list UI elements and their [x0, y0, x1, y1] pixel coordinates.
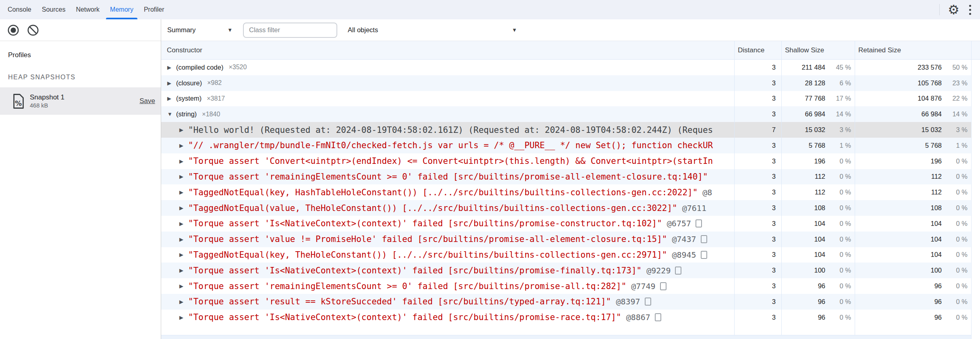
table-row[interactable]: ▶ (compiled code) ×3520 3 211 484 45 % 2…: [161, 60, 971, 75]
settings-gear-icon[interactable]: ⚙: [948, 3, 959, 16]
tab-label: Console: [8, 6, 31, 13]
table-row[interactable]: ▶ "TaggedNotEqual(key, HashTableHoleCons…: [161, 184, 971, 200]
disclosure-triangle-icon[interactable]: ▶: [179, 299, 188, 305]
table-row[interactable]: ▼ (string) ×1840 3 66 984 14 % 66 984 14…: [161, 106, 971, 122]
shallow-size-cell: 104 0 %: [781, 236, 855, 243]
disclosure-triangle-icon[interactable]: ▶: [179, 205, 188, 211]
table-row[interactable]: ▶ "Torque assert 'Is<NativeContext>(cont…: [161, 263, 971, 278]
size-percent: 14 %: [942, 110, 968, 118]
size-value: 96: [818, 314, 825, 321]
size-percent: 0 %: [825, 157, 851, 165]
tab-profiler[interactable]: Profiler: [139, 0, 170, 19]
disclosure-triangle-icon[interactable]: ▶: [179, 189, 188, 195]
disclosure-triangle-icon[interactable]: ▼: [167, 111, 176, 117]
object-id: @7437: [672, 234, 696, 244]
retained-size-cell: 15 032 3 %: [855, 126, 971, 134]
column-header-constructor[interactable]: Constructor: [161, 46, 734, 54]
table-row[interactable]: ▶ "// .wrangler/tmp/bundle-FmNIt0/checke…: [161, 138, 971, 153]
clear-profiles-button[interactable]: [27, 24, 39, 37]
disclosure-triangle-icon[interactable]: ▶: [179, 283, 188, 289]
shallow-size-cell: 211 484 45 %: [781, 64, 855, 71]
retained-size-cell: 108 0 %: [855, 204, 971, 212]
disclosure-triangle-icon[interactable]: ▶: [167, 64, 176, 70]
size-value: 100: [814, 267, 825, 274]
shallow-size-cell: 96 0 %: [781, 298, 855, 306]
table-row[interactable]: ▶ (closure) ×982 3 28 128 6 % 105 768 23…: [161, 75, 971, 91]
disclosure-triangle-icon[interactable]: ▶: [167, 95, 176, 101]
constructor-cell: ▶ "TaggedNotEqual(key, TheHoleConstant()…: [161, 250, 734, 260]
class-filter-input[interactable]: [243, 23, 337, 38]
shallow-size-cell: 112 0 %: [781, 173, 855, 180]
size-value: 104: [930, 220, 942, 227]
constructor-name: "Torque assert 'Is<NativeContext>(contex…: [188, 312, 621, 322]
more-options-kebab-icon[interactable]: [968, 3, 973, 17]
table-row[interactable]: ▶ "TaggedNotEqual(key, TheHoleConstant()…: [161, 247, 971, 263]
record-heap-snapshot-button[interactable]: [7, 24, 20, 37]
tab-memory[interactable]: Memory: [105, 0, 139, 19]
disclosure-triangle-icon[interactable]: ▶: [179, 127, 188, 133]
size-value: 96: [818, 282, 825, 290]
size-value: 104: [930, 236, 942, 243]
disclosure-triangle-icon[interactable]: ▶: [179, 252, 188, 258]
tab-sources[interactable]: Sources: [37, 0, 71, 19]
object-scope-select[interactable]: All objects ▼: [348, 26, 517, 34]
table-row[interactable]: ▶ "Torque assert 'value != PromiseHole' …: [161, 232, 971, 247]
size-percent: 50 %: [942, 64, 968, 71]
disclosure-triangle-icon[interactable]: ▶: [179, 236, 188, 242]
clear-icon: [27, 24, 39, 37]
table-row[interactable]: ▶ "Torque assert 'remainingElementsCount…: [161, 169, 971, 185]
shallow-size-cell: 28 128 6 %: [781, 79, 855, 87]
retained-size-cell: 100 0 %: [855, 267, 971, 274]
chevron-down-icon: ▼: [512, 27, 517, 33]
table-row[interactable]: ▶ "Torque assert 'Is<NativeContext>(cont…: [161, 216, 971, 232]
disclosure-triangle-icon[interactable]: ▶: [179, 143, 188, 149]
constructor-cell: ▶ "Torque assert 'remainingElementsCount…: [161, 172, 734, 182]
disclosure-triangle-icon[interactable]: ▶: [179, 267, 188, 273]
perspective-select[interactable]: Summary ▼: [167, 26, 233, 34]
disclosure-triangle-icon[interactable]: ▶: [179, 158, 188, 164]
shallow-size-cell: 66 984 14 %: [781, 110, 855, 118]
disclosure-triangle-icon[interactable]: ▶: [179, 174, 188, 180]
size-percent: 0 %: [942, 157, 968, 165]
column-header-shallow-size[interactable]: Shallow Size: [781, 46, 855, 54]
snapshot-name: Snapshot 1: [30, 93, 64, 101]
size-percent: 6 %: [825, 79, 851, 87]
size-percent: 22 %: [942, 95, 968, 102]
table-row[interactable]: ▶ "TaggedNotEqual(value, TheHoleConstant…: [161, 200, 971, 216]
distance-cell: 3: [734, 267, 781, 274]
column-header-retained-size[interactable]: Retained Size: [855, 46, 971, 54]
retained-size-cell: 233 576 50 %: [855, 64, 971, 71]
table-row[interactable]: ▶ "Hello world! (Requested at: 2024-08-1…: [161, 122, 971, 138]
size-value: 108: [814, 204, 825, 212]
size-percent: 0 %: [825, 188, 851, 196]
disclosure-triangle-icon[interactable]: ▶: [179, 221, 188, 227]
size-percent: 0 %: [825, 314, 851, 321]
size-percent: 0 %: [942, 314, 968, 321]
size-percent: 0 %: [825, 298, 851, 306]
table-row[interactable]: ▶ (system) ×3817 3 77 768 17 % 104 876 2…: [161, 91, 971, 107]
table-row[interactable]: ▶ "Torque assert 'remainingElementsCount…: [161, 278, 971, 294]
save-snapshot-link[interactable]: Save: [139, 97, 155, 105]
heap-snapshot-grid: Constructor Distance Shallow Size Retain…: [161, 41, 980, 339]
size-percent: 0 %: [942, 188, 968, 196]
retained-size-cell: 104 876 22 %: [855, 95, 971, 102]
table-row[interactable]: ▶ "Torque assert 'Convert<uintptr>(endIn…: [161, 153, 971, 169]
horizontal-scrollbar[interactable]: [161, 335, 971, 339]
object-id: @7749: [631, 281, 655, 291]
disclosure-triangle-icon[interactable]: ▶: [167, 80, 176, 86]
size-value: 196: [930, 157, 942, 165]
devtools-tabbar: Console Sources Network Memory Profiler …: [0, 0, 980, 19]
tab-console[interactable]: Console: [2, 0, 37, 19]
tab-network[interactable]: Network: [71, 0, 105, 19]
size-percent: 14 %: [825, 110, 851, 118]
svg-text:%: %: [15, 99, 22, 107]
distance-cell: 3: [734, 236, 781, 243]
retained-size-cell: 104 0 %: [855, 251, 971, 258]
size-value: 66 984: [805, 110, 825, 118]
table-row[interactable]: ▶ "Torque assert 'result == kStoreSucced…: [161, 294, 971, 310]
column-header-distance[interactable]: Distance: [734, 46, 781, 54]
profiles-panel-title: Profiles: [0, 41, 161, 59]
disclosure-triangle-icon[interactable]: ▶: [179, 314, 188, 320]
table-row[interactable]: ▶ "Torque assert 'Is<NativeContext>(cont…: [161, 310, 971, 325]
snapshot-list-item[interactable]: % Snapshot 1 468 kB Save: [0, 87, 161, 115]
